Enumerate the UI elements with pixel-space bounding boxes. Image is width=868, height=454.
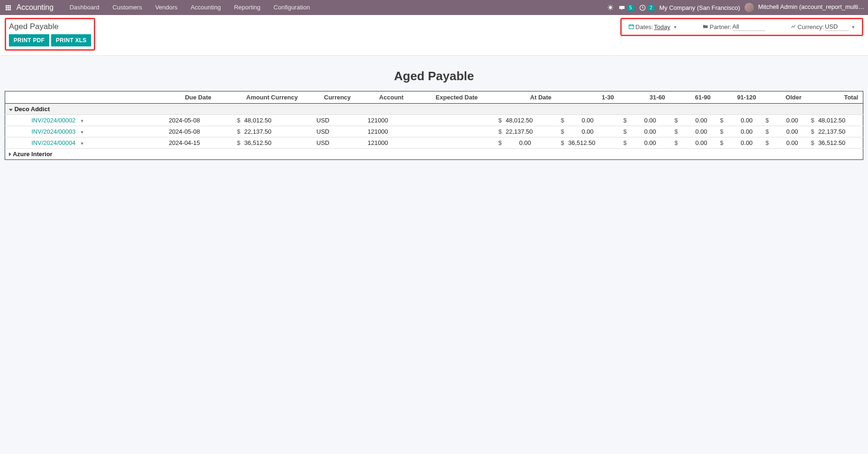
user-menu[interactable]: Mitchell Admin (account_report_multi… [745, 3, 864, 12]
cell-at-date: $ 22,137.50 [494, 126, 556, 137]
cell-total: $ 22,137.50 [806, 126, 863, 137]
invoice-row: INV/2024/00003 ▼2024-05-08$ 22,137.50USD… [5, 126, 863, 137]
cell-amount-currency: $ 48,012.50 [232, 115, 312, 126]
col-account: Account [363, 91, 420, 104]
report-area: Aged Payable Due Date Amount Currency Cu… [0, 56, 868, 165]
activities-badge: 2 [647, 5, 655, 11]
cell-1-30: $ 36,512.50 [556, 137, 618, 149]
col-currency: Currency [312, 91, 363, 104]
calendar-icon [628, 23, 634, 30]
dates-value: Today [654, 23, 670, 30]
control-panel: Aged Payable PRINT PDF PRINT XLS Dates: … [0, 15, 868, 56]
cell-61-90: $ 0.00 [670, 115, 716, 126]
cell-1-30: $ 0.00 [556, 126, 618, 137]
caret-down-icon: ▼ [851, 25, 855, 30]
svg-point-0 [609, 6, 612, 9]
partner-label: Partner: [709, 23, 731, 30]
col-61-90: 61-90 [670, 91, 716, 104]
cell-account: 121000 [363, 137, 420, 149]
col-name [5, 91, 164, 104]
print-xls-button[interactable]: PRINT XLS [51, 34, 91, 46]
cell-31-60: $ 0.00 [619, 137, 670, 149]
report-table: Due Date Amount Currency Currency Accoun… [5, 91, 863, 160]
cell-61-90: $ 0.00 [670, 126, 716, 137]
cell-31-60: $ 0.00 [619, 115, 670, 126]
messages-icon[interactable]: 5 [618, 4, 634, 11]
nav-menu-customers[interactable]: Customers [107, 0, 148, 15]
cell-expected [420, 115, 494, 126]
messages-badge: 5 [627, 5, 634, 11]
caret-down-icon: ▼ [673, 25, 678, 30]
svg-rect-2 [629, 25, 634, 29]
col-due: Due Date [164, 91, 232, 104]
partner-input[interactable] [732, 23, 765, 31]
nav-menu-configuration[interactable]: Configuration [268, 0, 315, 15]
filter-currency[interactable]: Currency: ▼ [791, 23, 855, 31]
cell-amount-currency: $ 22,137.50 [232, 126, 312, 137]
nav-menu-vendors[interactable]: Vendors [150, 0, 183, 15]
apps-icon[interactable] [6, 5, 11, 10]
cell-expected [420, 137, 494, 149]
avatar-icon [745, 3, 754, 12]
caret-down-icon[interactable]: ▼ [80, 130, 84, 135]
cell-account: 121000 [363, 126, 420, 137]
top-navbar: Accounting Dashboard Customers Vendors A… [0, 0, 868, 15]
col-total: Total [806, 91, 863, 104]
nav-menu-reporting[interactable]: Reporting [228, 0, 266, 15]
nav-right: 5 2 My Company (San Francisco) Mitchell … [607, 3, 864, 12]
invoice-link[interactable]: INV/2024/00004 [31, 139, 76, 146]
cell-currency: USD [312, 137, 363, 149]
filter-partner[interactable]: Partner: [702, 23, 765, 31]
print-pdf-button[interactable]: PRINT PDF [9, 34, 49, 46]
cell-currency: USD [312, 115, 363, 126]
table-body: Deco AddictINV/2024/00002 ▼2024-05-08$ 4… [5, 104, 863, 160]
cell-older: $ 0.00 [761, 115, 806, 126]
folder-icon [702, 23, 708, 30]
cell-91-120: $ 0.00 [715, 137, 761, 149]
debug-icon[interactable] [607, 4, 614, 11]
caret-down-icon [9, 109, 13, 111]
company-switcher[interactable]: My Company (San Francisco) [659, 4, 740, 11]
cell-older: $ 0.00 [761, 137, 806, 149]
col-at-date: At Date [494, 91, 556, 104]
invoice-link[interactable]: INV/2024/00003 [31, 128, 76, 135]
dates-label: Dates: [635, 23, 653, 30]
cell-61-90: $ 0.00 [670, 137, 716, 149]
currency-label: Currency: [798, 23, 824, 30]
col-31-60: 31-60 [619, 91, 670, 104]
currency-input[interactable] [825, 23, 848, 31]
user-name: Mitchell Admin (account_report_multi… [758, 3, 864, 10]
col-amount-currency: Amount Currency [232, 91, 312, 104]
nav-menu-dashboard[interactable]: Dashboard [64, 0, 105, 15]
filters-highlight: Dates: Today ▼ Partner: Currency: ▼ [620, 18, 863, 36]
activities-icon[interactable]: 2 [639, 4, 655, 11]
filter-dates[interactable]: Dates: Today ▼ [628, 23, 677, 30]
group-row[interactable]: Azure Interior [5, 149, 863, 160]
cell-total: $ 36,512.50 [806, 137, 863, 149]
invoice-row: INV/2024/00002 ▼2024-05-08$ 48,012.50USD… [5, 115, 863, 126]
cell-expected [420, 126, 494, 137]
caret-down-icon[interactable]: ▼ [80, 119, 84, 123]
cell-due: 2024-05-08 [164, 126, 232, 137]
cell-older: $ 0.00 [761, 126, 806, 137]
cell-1-30: $ 0.00 [556, 115, 618, 126]
cell-91-120: $ 0.00 [715, 115, 761, 126]
nav-menu-accounting[interactable]: Accounting [185, 0, 226, 15]
col-91-120: 91-120 [715, 91, 761, 104]
cell-due: 2024-05-08 [164, 115, 232, 126]
app-brand[interactable]: Accounting [16, 3, 53, 12]
report-title: Aged Payable [5, 69, 863, 83]
cell-at-date: $ 0.00 [494, 137, 556, 149]
caret-down-icon[interactable]: ▼ [80, 141, 84, 146]
invoice-link[interactable]: INV/2024/00002 [31, 117, 76, 124]
group-name: Azure Interior [13, 151, 53, 158]
cell-currency: USD [312, 126, 363, 137]
nav-left: Accounting Dashboard Customers Vendors A… [4, 0, 315, 15]
cell-amount-currency: $ 36,512.50 [232, 137, 312, 149]
group-row[interactable]: Deco Addict [5, 104, 863, 115]
col-expected-date: Expected Date [420, 91, 494, 104]
col-1-30: 1-30 [556, 91, 618, 104]
cp-right: Dates: Today ▼ Partner: Currency: ▼ [620, 18, 863, 36]
print-buttons: PRINT PDF PRINT XLS [9, 34, 91, 46]
invoice-row: INV/2024/00004 ▼2024-04-15$ 36,512.50USD… [5, 137, 863, 149]
